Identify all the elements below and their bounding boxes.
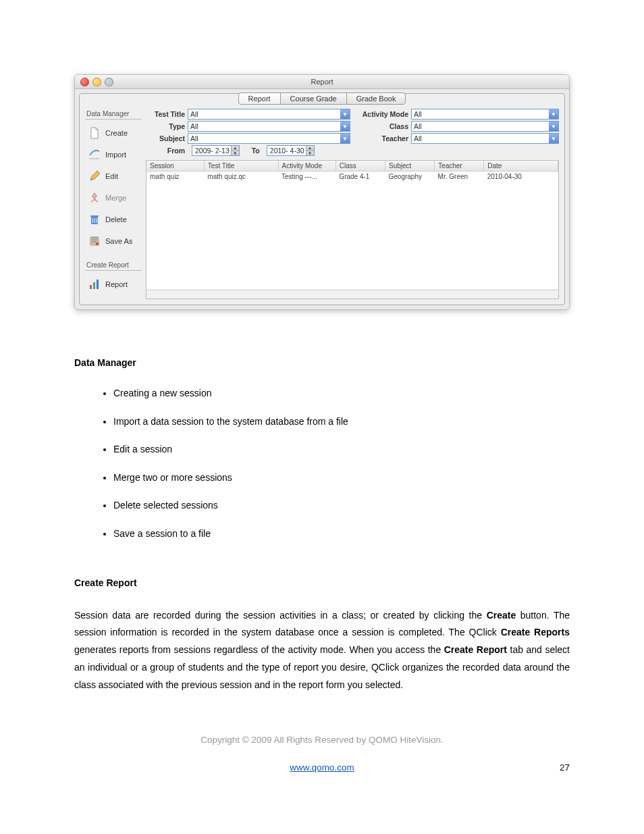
footer: www.qomo.com 27 <box>74 762 570 773</box>
teacher-combo[interactable]: All ▼ <box>411 133 559 144</box>
svg-rect-3 <box>95 218 95 223</box>
minimize-icon[interactable] <box>92 78 101 86</box>
combo-value: All <box>414 134 422 142</box>
titlebar: Report <box>75 75 569 89</box>
bold-create-reports: Create Reports <box>501 627 570 637</box>
delete-icon <box>88 213 101 226</box>
svg-rect-7 <box>93 282 95 289</box>
cell-test-title: math quiz.qc <box>204 172 278 182</box>
cell-teacher: Mr. Green <box>435 172 484 182</box>
combo-value: All <box>190 122 198 130</box>
document-icon <box>88 126 101 140</box>
results-table: Session Test Title Activity Mode Class S… <box>146 160 559 299</box>
tab-course-grade[interactable]: Course Grade <box>280 93 347 105</box>
list-item: Save a session to a file <box>113 527 570 541</box>
col-subject[interactable]: Subject <box>385 161 434 172</box>
tab-report[interactable]: Report <box>238 93 281 105</box>
from-label: From <box>146 147 188 155</box>
teacher-label: Teacher <box>354 134 411 142</box>
cell-session: math quiz <box>146 172 204 182</box>
svg-rect-4 <box>97 218 97 223</box>
heading-data-manager: Data Manager <box>74 357 570 368</box>
subject-combo[interactable]: All ▼ <box>188 133 350 144</box>
subject-label: Subject <box>146 134 188 142</box>
col-session[interactable]: Session <box>146 161 204 172</box>
create-report-paragraph: Session data are recorded during the ses… <box>74 607 570 694</box>
sidebar-item-label: Import <box>105 151 126 159</box>
text-span: Session data are recorded during the ses… <box>74 610 487 621</box>
data-manager-list: Creating a new session Import a data ses… <box>74 387 570 541</box>
list-item: Import a data session to the system data… <box>113 415 570 429</box>
report-window: Report Report Course Grade Grade Book Da… <box>74 74 570 310</box>
class-label: Class <box>354 122 411 130</box>
tab-grade-book[interactable]: Grade Book <box>346 93 406 105</box>
bar-chart-icon <box>88 278 101 291</box>
chevron-down-icon: ▼ <box>340 109 350 119</box>
col-test-title[interactable]: Test Title <box>204 161 278 172</box>
scrollbar[interactable] <box>146 290 558 298</box>
chevron-down-icon: ▼ <box>340 122 350 131</box>
col-date[interactable]: Date <box>484 161 558 172</box>
save-icon <box>88 234 101 248</box>
col-activity-mode[interactable]: Activity Mode <box>278 161 336 172</box>
svg-rect-6 <box>90 285 92 289</box>
sidebar-item-label: Save As <box>105 237 132 245</box>
url-link[interactable]: www.qomo.com <box>290 762 354 773</box>
activity-mode-combo[interactable]: All ▼ <box>411 109 559 120</box>
to-date-field[interactable]: 2010- 4-30 ▲▼ <box>267 145 315 156</box>
sidebar-item-import[interactable]: Import <box>85 144 142 165</box>
sidebar-item-label: Edit <box>105 172 118 180</box>
pencil-icon <box>88 170 101 183</box>
filter-panel: Test Title All ▼ Activity Mode <box>146 109 559 157</box>
to-label: To <box>244 147 263 155</box>
spin-down-icon[interactable]: ▼ <box>231 151 239 156</box>
svg-rect-1 <box>90 215 99 217</box>
sidebar-item-merge[interactable]: Merge <box>85 187 142 209</box>
sidebar-group-data-manager: Data Manager <box>85 109 142 120</box>
traffic-lights <box>80 78 113 86</box>
cell-subject: Geography <box>385 172 434 182</box>
test-title-combo[interactable]: All ▼ <box>188 109 350 120</box>
text-span: generates reports from sessions regardle… <box>74 644 444 655</box>
window-title: Report <box>75 78 569 86</box>
date-value: 2009- 2-13 <box>195 147 230 155</box>
sidebar-item-create[interactable]: Create <box>85 122 142 144</box>
zoom-icon[interactable] <box>105 78 113 86</box>
list-item: Edit a session <box>113 443 570 457</box>
sidebar-item-edit[interactable]: Edit <box>85 165 142 187</box>
activity-mode-label: Activity Mode <box>354 110 411 118</box>
chevron-down-icon: ▼ <box>549 109 558 119</box>
chevron-down-icon: ▼ <box>549 122 558 131</box>
sidebar-item-delete[interactable]: Delete <box>85 209 142 230</box>
list-item: Delete selected sessions <box>113 499 570 513</box>
sidebar-item-label: Create <box>105 129 128 137</box>
list-item: Merge two or more sessions <box>113 471 570 485</box>
combo-value: All <box>190 110 198 118</box>
table-row[interactable]: math quiz math quiz.qc Testing ---... Gr… <box>146 172 558 182</box>
spin-down-icon[interactable]: ▼ <box>306 151 314 156</box>
bold-create: Create <box>487 610 516 621</box>
sidebar-item-label: Merge <box>105 194 126 202</box>
spin-up-icon[interactable]: ▲ <box>231 146 239 151</box>
sidebar: Data Manager Create Import <box>85 109 142 299</box>
copyright-text: Copyright © 2009 All Rights Reserved by … <box>74 735 570 745</box>
heading-create-report: Create Report <box>74 577 570 588</box>
tabs: Report Course Grade Grade Book <box>85 93 559 105</box>
chevron-down-icon: ▼ <box>340 134 350 143</box>
col-class[interactable]: Class <box>336 161 385 172</box>
type-label: Type <box>146 122 188 130</box>
from-date-field[interactable]: 2009- 2-13 ▲▼ <box>192 145 240 156</box>
sidebar-item-report[interactable]: Report <box>85 273 142 295</box>
type-combo[interactable]: All ▼ <box>188 121 350 132</box>
sidebar-group-create-report: Create Report <box>85 260 142 271</box>
sidebar-item-label: Report <box>105 280 128 288</box>
bold-create-report-tab: Create Report <box>444 644 507 655</box>
col-teacher[interactable]: Teacher <box>435 161 484 172</box>
table-header-row: Session Test Title Activity Mode Class S… <box>146 161 558 172</box>
class-combo[interactable]: All ▼ <box>411 121 559 132</box>
cell-class: Grade 4-1 <box>336 172 385 182</box>
spin-up-icon[interactable]: ▲ <box>306 146 314 151</box>
svg-rect-2 <box>92 218 93 223</box>
close-icon[interactable] <box>80 78 89 86</box>
sidebar-item-save-as[interactable]: Save As <box>85 230 142 252</box>
